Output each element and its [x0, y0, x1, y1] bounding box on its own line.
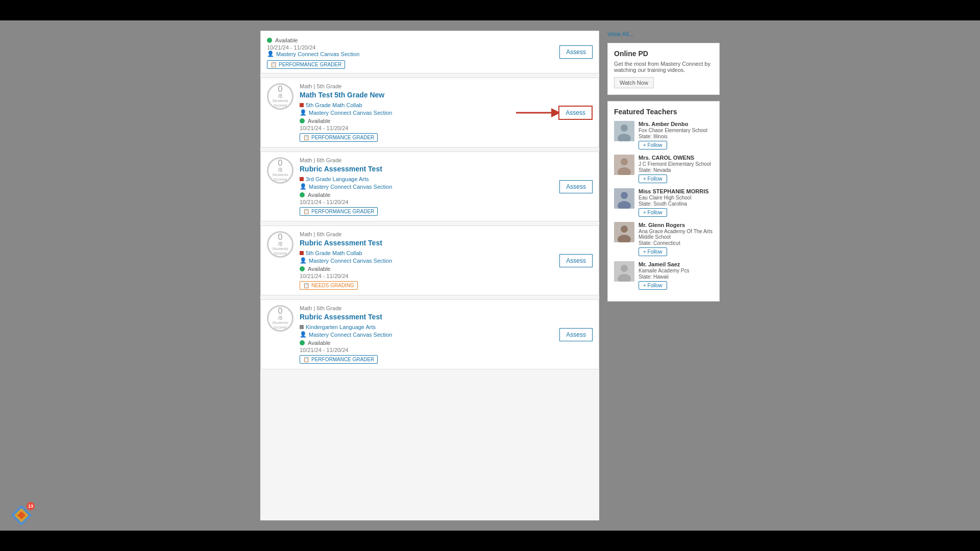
svg-point-15: [621, 265, 628, 272]
status-dot-2: [300, 192, 305, 197]
date-2: 10/21/24 - 11/20/24: [300, 199, 553, 205]
teacher-info-2: Miss STEPHANIE MORRIS Eau Claire High Sc…: [639, 188, 713, 217]
score-num-2: 0: [278, 159, 283, 167]
teacher-avatar-4: [614, 261, 634, 282]
follow-button-3[interactable]: + Follow: [639, 247, 667, 256]
item-title-2[interactable]: Rubric Assessment Test: [300, 165, 553, 173]
assess-button-1[interactable]: Assess: [558, 106, 593, 120]
teacher-state-1: State: Nevada: [639, 167, 713, 173]
assess-button-partial[interactable]: Assess: [559, 45, 593, 59]
item-title-1[interactable]: Math Test 5th Grade New: [300, 91, 552, 99]
follow-button-0[interactable]: + Follow: [639, 141, 667, 149]
bottom-app-icon[interactable]: 13: [10, 504, 33, 527]
teacher-avatar-2: [614, 188, 634, 209]
grader-icon-4: 📋: [303, 357, 309, 362]
featured-teachers-box: Featured Teachers Mrs. Amber Denbo Fox C…: [607, 101, 720, 302]
teacher-item-1: Mrs. CAROL OWENS J C Fremont Elementary …: [614, 155, 713, 183]
grader-icon-partial: 📋: [271, 62, 277, 67]
view-all-link[interactable]: View All...: [607, 31, 720, 38]
online-pd-title: Online PD: [614, 49, 713, 58]
section-row-2: 👤 Mastery Connect Canvas Section: [300, 183, 553, 190]
teacher-name-1: Mrs. CAROL OWENS: [639, 155, 713, 161]
status-dot-4: [300, 340, 305, 345]
teacher-info-4: Mr. Jameil Saez Kamaile Academy Pcs Stat…: [639, 261, 713, 290]
assess-button-4[interactable]: Assess: [559, 328, 593, 341]
status-row-2: Available: [300, 192, 553, 198]
item-tag-1: 5th Grade Math Collab: [300, 102, 362, 108]
assess-item-3: 0 /8 StudentsScored Math | 6th Grade Rub…: [260, 226, 599, 295]
section-row-4: 👤 Mastery Connect Canvas Section: [300, 331, 553, 338]
tag-dot-4: [300, 325, 304, 329]
score-circle-4: 0 /8 StudentsScored: [267, 305, 293, 332]
follow-button-4[interactable]: + Follow: [639, 281, 667, 290]
grader-badge-2: 📋 PERFORMANCE GRADER: [300, 207, 378, 216]
item-details-2: Math | 6th Grade Rubric Assessment Test …: [300, 157, 553, 216]
teacher-name-2: Miss STEPHANIE MORRIS: [639, 188, 713, 194]
item-title-4[interactable]: Rubric Assessment Test: [300, 313, 553, 321]
assess-button-2[interactable]: Assess: [559, 180, 593, 193]
teacher-school-2: Eau Claire High School: [639, 195, 713, 201]
teacher-item-0: Mrs. Amber Denbo Fox Chase Elementary Sc…: [614, 121, 713, 149]
section-row-1: 👤 Mastery Connect Canvas Section: [300, 109, 552, 116]
score-label-2: StudentsScored: [272, 173, 288, 182]
teacher-state-2: State: South Carolina: [639, 201, 713, 207]
tag-dot-3: [300, 251, 304, 255]
teacher-school-1: J C Fremont Elementary School: [639, 161, 713, 167]
follow-button-1[interactable]: + Follow: [639, 174, 667, 183]
date-1: 10/21/24 - 11/20/24: [300, 125, 552, 131]
needs-grading-icon: 📋: [303, 283, 309, 288]
person-icon-1: 👤: [300, 109, 307, 116]
status-dot-1: [300, 118, 305, 123]
tag-dot-1: [300, 103, 304, 107]
score-circle-2: 0 /8 StudentsScored: [267, 157, 293, 184]
item-details-1: Math | 5th Grade Math Test 5th Grade New…: [300, 83, 552, 142]
date-4: 10/21/24 - 11/20/24: [300, 347, 553, 353]
online-pd-box: Online PD Get the most from Mastery Conn…: [607, 43, 720, 95]
teacher-name-0: Mrs. Amber Denbo: [639, 121, 713, 127]
person-icon-4: 👤: [300, 331, 307, 338]
person-icon-3: 👤: [300, 257, 307, 264]
featured-teachers-title: Featured Teachers: [614, 108, 713, 116]
status-text-partial: Available: [275, 37, 298, 43]
person-icon-2: 👤: [300, 183, 307, 190]
assess-item-2: 0 /8 StudentsScored Math | 6th Grade Rub…: [260, 152, 599, 221]
teacher-item-4: Mr. Jameil Saez Kamaile Academy Pcs Stat…: [614, 261, 713, 290]
teacher-item-2: Miss STEPHANIE MORRIS Eau Claire High Sc…: [614, 188, 713, 217]
item-title-3[interactable]: Rubric Assessment Test: [300, 239, 553, 247]
assess-button-3[interactable]: Assess: [559, 254, 593, 267]
tag-dot-2: [300, 177, 304, 181]
item-meta-3: Math | 6th Grade: [300, 231, 553, 237]
item-tag-2: 3rd Grade Language Arts: [300, 176, 369, 182]
date-partial: 10/21/24 - 11/20/24: [267, 44, 553, 51]
follow-button-2[interactable]: + Follow: [639, 208, 667, 217]
svg-point-6: [621, 158, 628, 165]
section-row-3: 👤 Mastery Connect Canvas Section: [300, 257, 553, 264]
item-tag-4: Kindergarten Language Arts: [300, 324, 376, 330]
watch-now-button[interactable]: Watch Now: [614, 77, 654, 88]
notification-badge: 13: [27, 502, 35, 510]
svg-point-3: [621, 124, 628, 132]
teacher-school-3: Ana Grace Academy Of The Arts Middle Sch…: [639, 229, 713, 240]
svg-point-9: [621, 192, 628, 199]
grader-badge-1: 📋 PERFORMANCE GRADER: [300, 133, 378, 142]
svg-point-12: [621, 226, 628, 233]
teacher-school-0: Fox Chase Elementary School: [639, 128, 713, 133]
assess-item-1: 0 /8 StudentsScored Math | 5th Grade Mat…: [260, 78, 599, 147]
grader-badge-partial: 📋 PERFORMANCE GRADER: [267, 60, 345, 69]
teacher-name-4: Mr. Jameil Saez: [639, 261, 713, 267]
item-details-4: Math | 6th Grade Rubric Assessment Test …: [300, 305, 553, 364]
status-row-4: Available: [300, 340, 553, 346]
left-panel: Available 10/21/24 - 11/20/24 👤 Mastery …: [260, 31, 599, 520]
score-num-1: 0: [278, 85, 283, 93]
teacher-info-1: Mrs. CAROL OWENS J C Fremont Elementary …: [639, 155, 713, 183]
score-label-3: StudentsScored: [272, 247, 288, 256]
score-circle-3: 0 /8 StudentsScored: [267, 231, 293, 258]
person-icon-partial: 👤: [267, 51, 274, 57]
teacher-state-4: State: Hawaii: [639, 274, 713, 280]
top-bar: [0, 0, 980, 20]
item-meta-4: Math | 6th Grade: [300, 305, 553, 311]
teacher-info-3: Mr. Glenn Rogers Ana Grace Academy Of Th…: [639, 222, 713, 256]
item-details-3: Math | 6th Grade Rubric Assessment Test …: [300, 231, 553, 290]
score-circle-1: 0 /8 StudentsScored: [267, 83, 293, 110]
item-tag-3: 5th Grade Math Collab: [300, 250, 362, 256]
